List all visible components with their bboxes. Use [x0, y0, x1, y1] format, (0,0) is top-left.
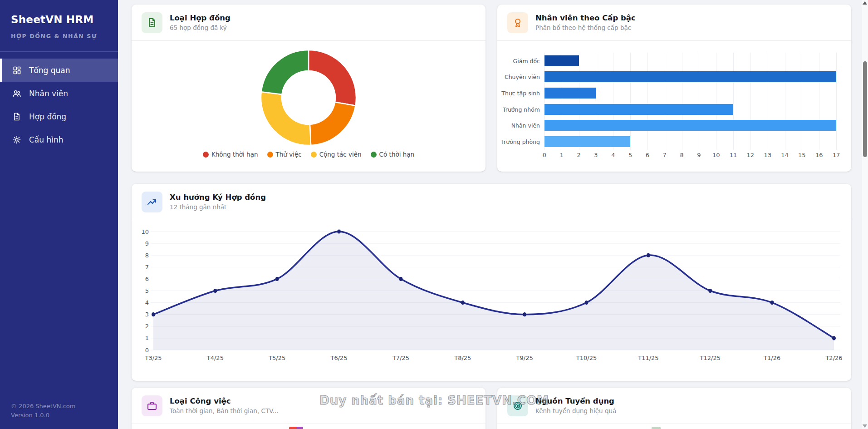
- app-subtitle: HỢP ĐỒNG & NHÂN SỰ: [0, 25, 118, 39]
- card-header: Xu hướng Ký Hợp đồng 12 tháng gần nhất: [132, 184, 851, 220]
- scrollbar-thumb[interactable]: [863, 61, 867, 157]
- x-tick-label: 3: [594, 152, 598, 158]
- legend-color-dot: [311, 152, 317, 158]
- data-point-T7/25[interactable]: [399, 277, 402, 281]
- dashboard-icon: [12, 66, 21, 75]
- bar[interactable]: [544, 88, 596, 99]
- app-title: SheetVN HRM: [0, 0, 118, 25]
- x-tick-label: T7/25: [392, 355, 409, 361]
- data-point-T10/25[interactable]: [585, 301, 588, 305]
- legend-item-0[interactable]: Không thời hạn: [203, 151, 258, 158]
- sidebar-item-label: Cấu hình: [29, 135, 64, 144]
- x-tick-label: T5/25: [268, 355, 285, 361]
- rank-bar-chart[interactable]: Giám đốcChuyên viênThực tập sinhTrưởng n…: [544, 53, 836, 150]
- bar[interactable]: [544, 120, 836, 131]
- x-tick-label: T1/26: [763, 355, 780, 361]
- x-tick-label: 10: [712, 152, 720, 158]
- x-tick-label: 11: [730, 152, 737, 158]
- y-tick-label: 10: [141, 228, 149, 235]
- card-header: Nhân viên theo Cấp bậc Phân bố theo hệ t…: [497, 5, 851, 41]
- y-tick-label: 3: [145, 311, 149, 318]
- y-tick-label: 8: [145, 252, 149, 259]
- data-point-T4/25[interactable]: [213, 289, 217, 293]
- bar-category-label: Thực tập sinh: [501, 89, 540, 96]
- x-tick-label: 1: [560, 152, 564, 158]
- copyright-text: © 2026 SheetVN.com: [11, 402, 75, 411]
- data-point-T9/25[interactable]: [523, 312, 526, 316]
- bar-row-1: Chuyên viên: [544, 69, 836, 85]
- x-tick-label: T8/25: [454, 355, 471, 361]
- donut-segment-2[interactable]: [261, 92, 311, 145]
- data-point-T2/26[interactable]: [832, 336, 836, 340]
- trend-up-icon: [142, 192, 162, 212]
- bar[interactable]: [544, 104, 733, 115]
- legend-color-dot: [371, 152, 377, 158]
- data-point-T3/25[interactable]: [152, 312, 155, 316]
- data-point-T5/25[interactable]: [275, 277, 279, 281]
- bar-row-0: Giám đốc: [544, 53, 836, 69]
- job-type-chart-peek: [289, 427, 303, 429]
- card-title: Loại Hợp đồng: [170, 14, 230, 22]
- card-header: Nguồn Tuyển dụng Kênh tuyển dụng hiệu qu…: [497, 388, 851, 424]
- sidebar-item-tong-quan[interactable]: Tổng quan: [0, 59, 118, 82]
- bar[interactable]: [544, 55, 579, 66]
- x-tick-label: 9: [697, 152, 701, 158]
- x-tick-label: T6/25: [330, 355, 348, 361]
- y-tick-label: 1: [145, 335, 149, 341]
- x-tick-label: 17: [833, 152, 840, 158]
- legend-label: Không thời hạn: [211, 151, 258, 158]
- x-tick-label: T4/25: [206, 355, 224, 361]
- trend-line-chart[interactable]: 012345678910T3/25T4/25T5/25T6/25T7/25T8/…: [136, 222, 847, 363]
- scrollbar-track[interactable]: [862, 0, 868, 429]
- y-tick-label: 0: [145, 347, 149, 354]
- y-tick-label: 6: [145, 276, 149, 282]
- version-text: Version 1.0.0: [11, 411, 75, 420]
- x-tick-label: T2/26: [825, 355, 842, 361]
- data-point-T1/26[interactable]: [770, 301, 774, 305]
- card-subtitle: Phân bố theo hệ thống cấp bậc: [535, 24, 636, 31]
- recruit-source-chart-peek: [652, 427, 661, 429]
- sidebar-item-cau-hinh[interactable]: Cấu hình: [0, 128, 118, 151]
- x-tick-label: 12: [747, 152, 755, 158]
- file-text-icon: [142, 12, 162, 33]
- legend-item-2[interactable]: Cộng tác viên: [311, 151, 362, 158]
- users-icon: [12, 89, 21, 98]
- scroll-up-arrow[interactable]: [863, 1, 867, 5]
- trend-card: Xu hướng Ký Hợp đồng 12 tháng gần nhất 0…: [132, 184, 851, 381]
- x-tick-label: 7: [663, 152, 667, 158]
- bar[interactable]: [544, 136, 630, 147]
- legend-label: Có thời hạn: [379, 151, 415, 158]
- sidebar-item-label: Hợp đồng: [29, 112, 66, 121]
- card-subtitle: 12 tháng gần nhất: [170, 203, 266, 211]
- scroll-down-arrow[interactable]: [863, 424, 867, 428]
- card-subtitle: Kênh tuyển dụng hiệu quả: [535, 407, 616, 414]
- x-tick-label: T10/25: [576, 355, 597, 361]
- sidebar-item-nhan-vien[interactable]: Nhân viên: [0, 82, 118, 105]
- sidebar-item-label: Tổng quan: [29, 66, 70, 75]
- donut-segment-3[interactable]: [261, 50, 309, 94]
- data-point-T12/25[interactable]: [708, 289, 712, 293]
- rank-card: Nhân viên theo Cấp bậc Phân bố theo hệ t…: [497, 5, 851, 172]
- donut-segment-0[interactable]: [309, 50, 356, 106]
- award-icon: [507, 12, 528, 33]
- legend-item-1[interactable]: Thử việc: [267, 151, 302, 158]
- sidebar-item-hop-dong[interactable]: Hợp đồng: [0, 105, 118, 128]
- card-subtitle: 65 hợp đồng đã ký: [170, 24, 230, 31]
- donut-legend: Không thời hạnThử việcCộng tác viênCó th…: [132, 151, 485, 158]
- legend-item-3[interactable]: Có thời hạn: [371, 151, 415, 158]
- donut-segment-1[interactable]: [310, 102, 356, 145]
- gridline: [836, 53, 837, 150]
- watermark-text: Duy nhất bán tại: SHEETVN.COM: [319, 394, 549, 407]
- x-tick-label: T12/25: [700, 355, 721, 361]
- data-point-T6/25[interactable]: [337, 229, 341, 233]
- card-header: Loại Hợp đồng 65 hợp đồng đã ký: [132, 5, 485, 41]
- bar[interactable]: [544, 71, 836, 82]
- x-tick-label: 4: [611, 152, 615, 158]
- sidebar: SheetVN HRM HỢP ĐỒNG & NHÂN SỰ Tổng quan…: [0, 0, 118, 429]
- data-point-T8/25[interactable]: [461, 301, 465, 305]
- legend-label: Thử việc: [276, 151, 302, 158]
- bar-row-3: Trưởng nhóm: [544, 101, 836, 118]
- y-tick-label: 4: [145, 299, 149, 306]
- data-point-T11/25[interactable]: [647, 253, 650, 257]
- contract-type-donut-chart[interactable]: [260, 49, 358, 147]
